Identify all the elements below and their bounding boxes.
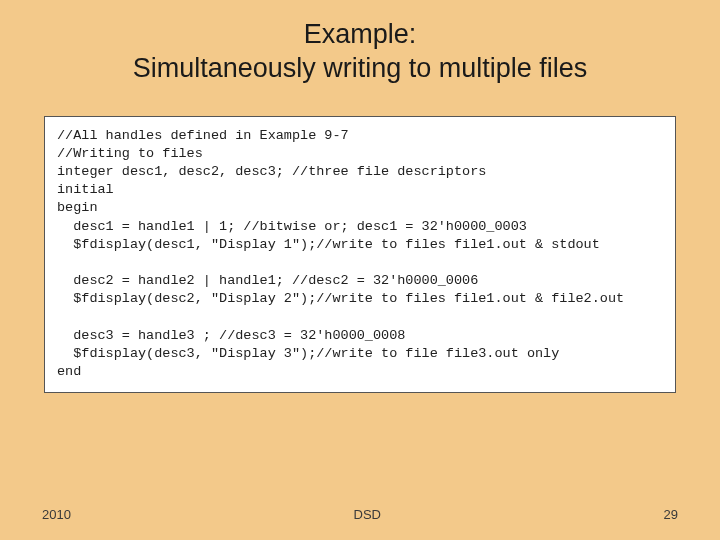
code-block: //All handles defined in Example 9-7 //W…	[44, 116, 676, 393]
slide: Example: Simultaneously writing to multi…	[0, 0, 720, 540]
slide-footer: 2010 DSD 29	[0, 507, 720, 522]
slide-title: Example: Simultaneously writing to multi…	[30, 18, 690, 86]
footer-year: 2010	[42, 507, 71, 522]
footer-center: DSD	[71, 507, 664, 522]
footer-page-number: 29	[664, 507, 678, 522]
